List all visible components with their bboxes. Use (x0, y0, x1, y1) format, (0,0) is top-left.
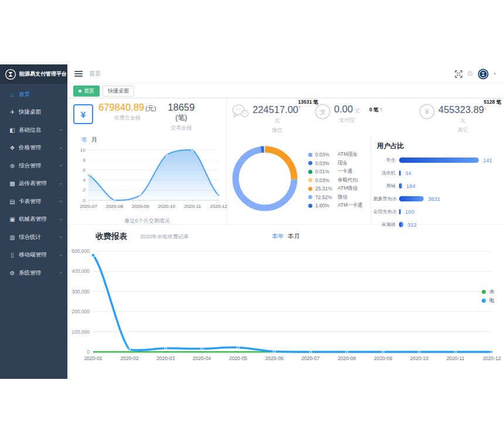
wechat-unit: 元 (253, 117, 302, 125)
yuan-icon: ˇ¥ (73, 104, 93, 124)
mobile-icon: ▯ (8, 252, 17, 258)
tab-this-year[interactable]: 本年 (272, 232, 284, 239)
svg-text:0: 0 (83, 198, 86, 203)
legend-item-water[interactable]: 水 (482, 287, 495, 296)
transaction-count-label: 交易金额 (168, 124, 195, 132)
user-bar-row: 学生141 (373, 157, 500, 163)
user-bar-row: 鹏曼普热水3831 (373, 196, 500, 202)
sidebar-item-quick-desktop[interactable]: ✈ 快捷桌面 (0, 104, 67, 122)
user-bar-row: 金阳光热水100 (373, 208, 500, 215)
chevron-down-icon: › (58, 272, 64, 274)
statistics-icon: ▥ (8, 234, 17, 241)
caret-down-icon[interactable]: ▾ (493, 71, 496, 76)
page: 能源易支付管理平台 ⌂ 首页 ✈ 快捷桌面 ◧ 基础信息 › ❖ (0, 0, 504, 445)
app-logo-icon (5, 69, 16, 80)
other-label: 其它 (438, 126, 488, 134)
gear-icon[interactable]: ⚙ (467, 70, 474, 78)
app-window: 能源易支付管理平台 ⌂ 首页 ✈ 快捷桌面 ◧ 基础信息 › ❖ (0, 64, 504, 379)
breadcrumb[interactable]: 首页 (89, 70, 101, 78)
svg-text:2020-12: 2020-12 (210, 204, 227, 209)
legend-item[interactable]: 0.03%现金 (308, 159, 363, 168)
avatar[interactable] (478, 69, 489, 80)
svg-text:2020-08: 2020-08 (106, 204, 124, 209)
sidebar-item-base-info[interactable]: ◧ 基础信息 › (0, 121, 67, 139)
fullscreen-icon[interactable] (455, 70, 462, 78)
sidebar-item-card-meter[interactable]: ▤ 卡表管理 › (0, 193, 67, 211)
total-amount: 679840.89 (98, 102, 144, 112)
tab-month[interactable]: 月 (91, 136, 97, 143)
svg-text:2020-02: 2020-02 (120, 355, 138, 361)
water-electricity-line-chart: 0100,000200,000300,000400,000500,0002020… (70, 245, 494, 364)
transaction-count-unit: (笔) (168, 113, 195, 123)
dashboard: ˇ¥ 679840.89(元) 收费总金额 18659 (笔) 交易金额 (67, 98, 504, 379)
bar (399, 158, 479, 163)
home-icon: ⌂ (8, 91, 17, 98)
legend-item[interactable]: 72.52%微信 (308, 193, 363, 202)
wechat-count-badge: 13531 笔 (298, 99, 319, 106)
legend-item[interactable]: 1.60%ATM一卡通 (308, 201, 363, 210)
chevron-down-icon: › (58, 147, 64, 149)
sidebar-item-home[interactable]: ⌂ 首页 (0, 85, 67, 104)
sidebar-item-general-manage[interactable]: ⊕ 综合管理 › (0, 157, 67, 175)
period-tabs: 年月 (81, 136, 226, 144)
legend-dot-icon (308, 153, 312, 157)
report-period-tabs: 本年本月 (67, 232, 504, 241)
main-area: 首页 ⚙ ▾ 首 (67, 64, 504, 379)
sidebar-menu: ⌂ 首页 ✈ 快捷桌面 ◧ 基础信息 › ❖ 价格管理 › (0, 84, 67, 282)
legend-item-electricity[interactable]: 电 (482, 296, 495, 305)
rocket-icon: ✈ (8, 109, 17, 115)
legend-item[interactable]: 0.03%ATM现金 (308, 150, 363, 159)
wechat-icon (231, 104, 249, 119)
svg-text:¥: ¥ (424, 108, 429, 116)
charts-row: 0.03%ATM现金 0.03%现金 0.01%一卡通 0.03%余额代扣 25… (227, 135, 504, 224)
legend-dot-icon (482, 290, 486, 294)
svg-text:2020-03: 2020-03 (156, 355, 175, 361)
topbar: 首页 ⚙ ▾ (67, 64, 504, 84)
svg-text:100,000: 100,000 (71, 329, 90, 335)
svg-text:400,000: 400,000 (71, 268, 90, 274)
alipay-stat: 支 0.00元 支付宝 0 笔↑ (312, 104, 412, 135)
svg-text:2020-11: 2020-11 (447, 355, 465, 361)
sidebar-item-mechanical-meter[interactable]: ▣ 机械表管理 › (0, 211, 67, 229)
top-section: ˇ¥ 679840.89(元) 收费总金额 18659 (笔) 交易金额 (67, 98, 504, 225)
app-title: 能源易支付管理平台 (19, 70, 67, 78)
svg-text:8: 8 (83, 158, 86, 163)
bar (399, 209, 401, 214)
svg-text:2020-10: 2020-10 (410, 355, 428, 361)
user-bar-row: 商铺194 (373, 183, 500, 189)
tab-home[interactable]: 首页 (73, 85, 100, 97)
payment-share-donut-chart (229, 143, 301, 214)
yuan-circle-icon: ¥ (419, 104, 435, 119)
wechat-label: 微信 (253, 126, 302, 134)
mini-chart-caption: 最近6个月交易情况 (73, 217, 221, 225)
tab-this-month[interactable]: 本月 (288, 232, 300, 239)
tab-year[interactable]: 年 (81, 136, 87, 143)
sidebar-item-system[interactable]: ⚙ 系统管理 › (0, 264, 67, 282)
hamburger-icon[interactable] (74, 71, 83, 77)
total-count-block: 18659 (笔) 交易金额 (168, 102, 195, 132)
sidebar-item-mobile[interactable]: ▯ 移动端管理 › (0, 247, 67, 265)
other-amount: 455323.89 (438, 104, 484, 115)
sidebar-item-price[interactable]: ❖ 价格管理 › (0, 139, 67, 158)
legend-dot-icon (482, 299, 486, 303)
chevron-down-icon: › (58, 165, 64, 167)
other-unit: 元 (438, 117, 488, 125)
legend-item[interactable]: 25.31%ATM微信 (308, 184, 363, 193)
total-amount-unit: (元) (145, 105, 156, 112)
chevron-down-icon: › (58, 201, 64, 203)
sidebar: 能源易支付管理平台 ⌂ 首页 ✈ 快捷桌面 ◧ 基础信息 › ❖ (0, 64, 67, 379)
mechanical-meter-icon: ▣ (8, 216, 17, 222)
chevron-down-icon: › (58, 218, 64, 220)
legend-dot-icon (308, 170, 312, 174)
svg-text:500,000: 500,000 (71, 248, 90, 254)
sidebar-item-remote-meter[interactable]: ▩ 远传表管理 › (0, 175, 67, 193)
tab-quick-desktop[interactable]: 快捷桌面 (103, 85, 134, 97)
legend-item[interactable]: 0.01%一卡通 (308, 167, 363, 176)
chevron-down-icon: › (58, 183, 64, 184)
legend-item[interactable]: 0.03%余额代扣 (308, 176, 363, 185)
other-count-badge: 5128 笔 (484, 99, 502, 106)
trend-up-icon: ↑ (380, 105, 383, 112)
svg-text:2020-10: 2020-10 (158, 204, 176, 209)
sidebar-item-statistics[interactable]: ▥ 综合统计 › (0, 228, 67, 247)
base-info-icon: ◧ (8, 127, 17, 134)
